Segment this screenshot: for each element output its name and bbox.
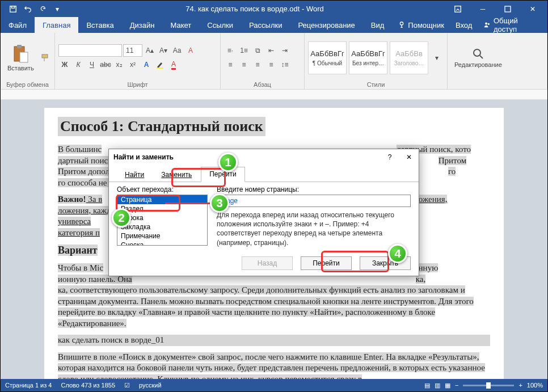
maximize-button[interactable] xyxy=(495,1,520,17)
page-number-input[interactable]: \page xyxy=(217,195,411,207)
close-button[interactable]: ✕ xyxy=(520,1,545,17)
qat-dropdown-icon[interactable]: ▾ xyxy=(50,2,64,16)
justify-icon[interactable]: ≡ xyxy=(265,58,277,71)
text-effects-icon[interactable]: A xyxy=(140,58,153,71)
tab-home[interactable]: Главная xyxy=(35,17,78,33)
styles-gallery[interactable]: АаБбВвГг ¶ Обычный АаБбВвГг Без интер… А… xyxy=(308,41,428,74)
tab-find-inner[interactable]: Найти xyxy=(117,168,152,182)
superscript-icon[interactable]: x² xyxy=(127,58,139,71)
zoom-in-icon[interactable]: + xyxy=(519,382,522,389)
option-footnote[interactable]: Сноска xyxy=(117,241,207,246)
minimize-button[interactable]: ─ xyxy=(470,1,495,17)
align-right-icon[interactable]: ≡ xyxy=(251,58,264,71)
svg-point-12 xyxy=(474,49,480,56)
view-print-icon[interactable]: ▥ xyxy=(435,382,440,389)
shrink-font-icon[interactable]: A▾ xyxy=(157,44,170,57)
option-section[interactable]: Раздел xyxy=(117,204,207,213)
tab-file[interactable]: Файл xyxy=(1,17,35,33)
svg-rect-3 xyxy=(505,6,511,12)
svg-point-6 xyxy=(488,23,490,25)
heading-1: Способ 1: Стандартный поиск xyxy=(58,117,265,136)
quick-access-toolbar: ▾ xyxy=(6,2,64,16)
save-icon[interactable] xyxy=(6,2,20,16)
bullets-icon[interactable]: ≡· xyxy=(224,44,237,57)
svg-point-4 xyxy=(401,22,403,25)
tab-replace-inner[interactable]: Заменить xyxy=(153,168,200,182)
callout-4: 4 xyxy=(388,244,407,263)
tab-review[interactable]: Рецензирование xyxy=(290,17,362,33)
font-color-icon[interactable]: A xyxy=(167,58,180,71)
group-font: Шрифт xyxy=(58,80,217,88)
ruler[interactable] xyxy=(1,90,547,100)
change-case-icon[interactable]: Aa xyxy=(171,44,183,57)
sign-in[interactable]: Вход xyxy=(450,21,478,29)
editing-button[interactable]: Редактирование xyxy=(451,47,505,69)
multilevel-icon[interactable]: ⧉ xyxy=(251,44,264,57)
goto-hint: Для перехода вперед или назад относитель… xyxy=(217,210,411,247)
ribbon-tabs: Файл Главная Вставка Дизайн Макет Ссылки… xyxy=(1,17,547,33)
bold-icon[interactable]: Ж xyxy=(58,58,71,71)
increase-indent-icon[interactable]: ⇥ xyxy=(279,44,291,57)
callout-2: 2 xyxy=(112,208,131,227)
status-language[interactable]: русский xyxy=(139,382,161,389)
tab-layout[interactable]: Макет xyxy=(162,17,199,33)
share-button[interactable]: Общий доступ xyxy=(478,16,547,33)
ribbon-options-icon[interactable] xyxy=(445,1,470,17)
status-page[interactable]: Страница 1 из 4 xyxy=(5,382,52,389)
svg-rect-11 xyxy=(157,68,163,69)
group-paragraph: Абзац xyxy=(224,80,301,88)
svg-rect-9 xyxy=(20,52,28,62)
tab-design[interactable]: Дизайн xyxy=(122,17,163,33)
option-comment[interactable]: Примечание xyxy=(117,231,207,241)
subscript-icon[interactable]: x₂ xyxy=(113,58,125,71)
zoom-out-icon[interactable]: − xyxy=(455,382,458,389)
callout-1: 1 xyxy=(218,153,238,172)
align-left-icon[interactable]: ≡ xyxy=(224,58,237,71)
underline-icon[interactable]: Ч xyxy=(86,58,98,71)
find-replace-dialog: Найти и заменить ? ✕ Найти Заменить Пере… xyxy=(108,149,419,276)
grow-font-icon[interactable]: A▴ xyxy=(144,44,156,57)
goto-button[interactable]: Перейти xyxy=(301,256,352,270)
tab-references[interactable]: Ссылки xyxy=(199,17,241,33)
svg-rect-0 xyxy=(10,6,16,12)
tell-me[interactable]: Помощник xyxy=(392,21,450,29)
titlebar: ▾ 74. как сделать поиск в ворде.odt - Wo… xyxy=(1,1,547,17)
redo-icon[interactable] xyxy=(36,2,49,16)
style-normal[interactable]: АаБбВвГг ¶ Обычный xyxy=(308,41,347,74)
paste-label: Вставить xyxy=(7,65,34,71)
align-center-icon[interactable]: ≡ xyxy=(238,58,250,71)
zoom-value[interactable]: 100% xyxy=(527,382,543,389)
help-icon[interactable]: ? xyxy=(385,153,395,161)
svg-rect-1 xyxy=(11,6,14,8)
view-read-icon[interactable]: ▤ xyxy=(424,382,430,389)
decrease-indent-icon[interactable]: ⇤ xyxy=(265,44,277,57)
styles-more-icon[interactable]: ▾ xyxy=(431,52,443,64)
goto-object-label: Объект перехода: xyxy=(117,186,208,193)
line-spacing-icon[interactable]: ↕≡ xyxy=(279,58,291,71)
clear-format-icon[interactable]: A xyxy=(184,44,197,57)
numbering-icon[interactable]: 1≡ xyxy=(238,44,250,57)
italic-icon[interactable]: К xyxy=(72,58,85,71)
status-words[interactable]: Слово 473 из 1855 xyxy=(61,382,115,389)
zoom-slider[interactable] xyxy=(463,385,514,386)
svg-point-5 xyxy=(485,22,487,24)
status-proofing-icon[interactable]: ☑ xyxy=(124,382,130,389)
dialog-title: Найти и заменить xyxy=(113,153,385,161)
style-no-spacing[interactable]: АаБбВвГг Без интер… xyxy=(349,41,387,74)
view-web-icon[interactable]: ▦ xyxy=(445,382,450,389)
tab-view[interactable]: Вид xyxy=(363,17,393,33)
tab-mailings[interactable]: Рассылки xyxy=(241,17,290,33)
strike-icon[interactable]: abc xyxy=(99,58,112,71)
style-heading1[interactable]: АаБбВв Заголово… xyxy=(390,41,428,74)
format-painter-icon[interactable] xyxy=(40,52,51,64)
back-button: Назад xyxy=(242,256,293,270)
paste-button[interactable]: Вставить xyxy=(4,43,37,73)
tab-insert[interactable]: Вставка xyxy=(78,17,121,33)
option-bookmark[interactable]: Закладка xyxy=(117,222,207,231)
font-name-selector[interactable] xyxy=(58,44,122,57)
close-icon[interactable]: ✕ xyxy=(404,153,414,161)
window-title: 74. как сделать поиск в ворде.odt - Word xyxy=(64,5,445,13)
highlight-icon[interactable] xyxy=(154,58,166,71)
font-size-selector[interactable]: 11 xyxy=(123,44,142,57)
undo-icon[interactable] xyxy=(21,2,35,16)
